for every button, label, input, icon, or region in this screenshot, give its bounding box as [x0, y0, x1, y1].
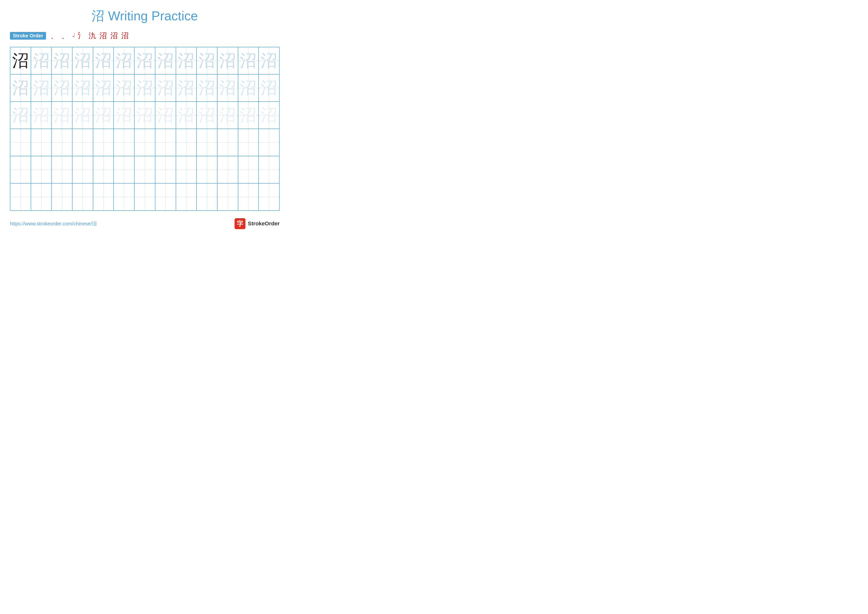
grid-cell[interactable]: 沼: [134, 47, 155, 74]
grid-cell[interactable]: 沼: [238, 74, 259, 101]
grid-cell[interactable]: [113, 156, 134, 183]
grid-cell[interactable]: [259, 156, 279, 183]
grid-cell[interactable]: [51, 183, 72, 210]
grid-cell[interactable]: [197, 156, 217, 183]
footer: https://www.strokeorder.com/chinese/沼 字 …: [10, 218, 280, 229]
grid-cell[interactable]: [113, 129, 134, 156]
grid-cell[interactable]: 沼: [51, 101, 72, 129]
footer-brand: 字 StrokeOrder: [234, 218, 280, 229]
stroke-order-row: Stroke Order 、 、 𝆹𝅥 氵 氿 沼 沼 沼: [10, 31, 280, 41]
grid-cell[interactable]: [259, 183, 279, 210]
grid-cell[interactable]: 沼: [176, 101, 197, 129]
grid-cell[interactable]: 沼: [238, 101, 259, 129]
grid-cell[interactable]: 沼: [51, 47, 72, 74]
grid-cell[interactable]: [217, 156, 238, 183]
grid-cell[interactable]: [134, 183, 155, 210]
grid-cell[interactable]: [72, 183, 93, 210]
grid-cell[interactable]: 沼: [155, 101, 176, 129]
grid-cell[interactable]: 沼: [217, 101, 238, 129]
grid-cell[interactable]: 沼: [72, 74, 93, 101]
grid-cell[interactable]: 沼: [113, 47, 134, 74]
stroke-order-badge: Stroke Order: [10, 32, 46, 40]
grid-cell[interactable]: 沼: [259, 47, 279, 74]
grid-cell[interactable]: [197, 183, 217, 210]
grid-cell[interactable]: 沼: [134, 74, 155, 101]
grid-cell[interactable]: [155, 129, 176, 156]
grid-cell[interactable]: 沼: [197, 101, 217, 129]
grid-cell[interactable]: [259, 129, 279, 156]
grid-cell[interactable]: 沼: [155, 74, 176, 101]
practice-grid: 沼 沼 沼 沼 沼 沼 沼 沼 沼 沼 沼 沼 沼 沼 沼 沼 沼: [10, 47, 280, 211]
grid-cell[interactable]: [134, 156, 155, 183]
grid-cell[interactable]: 沼: [10, 101, 31, 129]
grid-cell[interactable]: [10, 183, 31, 210]
grid-cell[interactable]: [10, 156, 31, 183]
grid-cell[interactable]: [51, 129, 72, 156]
grid-cell[interactable]: 沼: [259, 101, 279, 129]
grid-cell[interactable]: 沼: [197, 47, 217, 74]
grid-cell[interactable]: 沼: [113, 101, 134, 129]
grid-cell[interactable]: 沼: [51, 74, 72, 101]
grid-cell[interactable]: 沼: [217, 74, 238, 101]
grid-cell[interactable]: [176, 129, 197, 156]
grid-cell[interactable]: 沼: [155, 47, 176, 74]
stroke-sequence: 、 、 𝆹𝅥 氵 氿 沼 沼 沼: [51, 31, 129, 41]
brand-icon: 字: [234, 218, 245, 229]
grid-cell[interactable]: [113, 183, 134, 210]
grid-cell[interactable]: 沼: [134, 101, 155, 129]
grid-cell[interactable]: [217, 129, 238, 156]
grid-cell[interactable]: [155, 156, 176, 183]
grid-cell[interactable]: 沼: [217, 47, 238, 74]
grid-cell[interactable]: [176, 156, 197, 183]
grid-cell[interactable]: 沼: [93, 74, 114, 101]
brand-name: StrokeOrder: [248, 221, 280, 227]
grid-cell[interactable]: [93, 183, 114, 210]
grid-cell[interactable]: 沼: [176, 74, 197, 101]
grid-cell[interactable]: [176, 183, 197, 210]
grid-cell[interactable]: 沼: [176, 47, 197, 74]
grid-cell[interactable]: [134, 129, 155, 156]
grid-cell[interactable]: [238, 129, 259, 156]
grid-cell[interactable]: [31, 129, 52, 156]
grid-cell[interactable]: [93, 129, 114, 156]
grid-cell[interactable]: 沼: [197, 74, 217, 101]
grid-cell[interactable]: [31, 156, 52, 183]
grid-cell[interactable]: [155, 183, 176, 210]
grid-cell[interactable]: [238, 183, 259, 210]
grid-cell[interactable]: [93, 156, 114, 183]
grid-cell[interactable]: [31, 183, 52, 210]
footer-url: https://www.strokeorder.com/chinese/沼: [10, 221, 97, 227]
grid-cell[interactable]: [51, 156, 72, 183]
grid-cell[interactable]: 沼: [259, 74, 279, 101]
grid-cell[interactable]: [10, 129, 31, 156]
page-title: 沼 Writing Practice: [10, 8, 280, 25]
grid-cell[interactable]: [72, 129, 93, 156]
grid-cell[interactable]: [238, 156, 259, 183]
grid-cell[interactable]: 沼: [93, 47, 114, 74]
grid-cell[interactable]: [197, 129, 217, 156]
grid-cell[interactable]: 沼: [72, 47, 93, 74]
grid-cell[interactable]: 沼: [10, 74, 31, 101]
grid-cell[interactable]: [72, 156, 93, 183]
grid-cell[interactable]: 沼: [113, 74, 134, 101]
grid-cell[interactable]: 沼: [93, 101, 114, 129]
grid-cell[interactable]: 沼: [10, 47, 31, 74]
grid-cell[interactable]: [217, 183, 238, 210]
grid-cell[interactable]: 沼: [72, 101, 93, 129]
grid-cell[interactable]: 沼: [31, 74, 52, 101]
grid-cell[interactable]: 沼: [31, 101, 52, 129]
grid-cell[interactable]: 沼: [31, 47, 52, 74]
grid-cell[interactable]: 沼: [238, 47, 259, 74]
